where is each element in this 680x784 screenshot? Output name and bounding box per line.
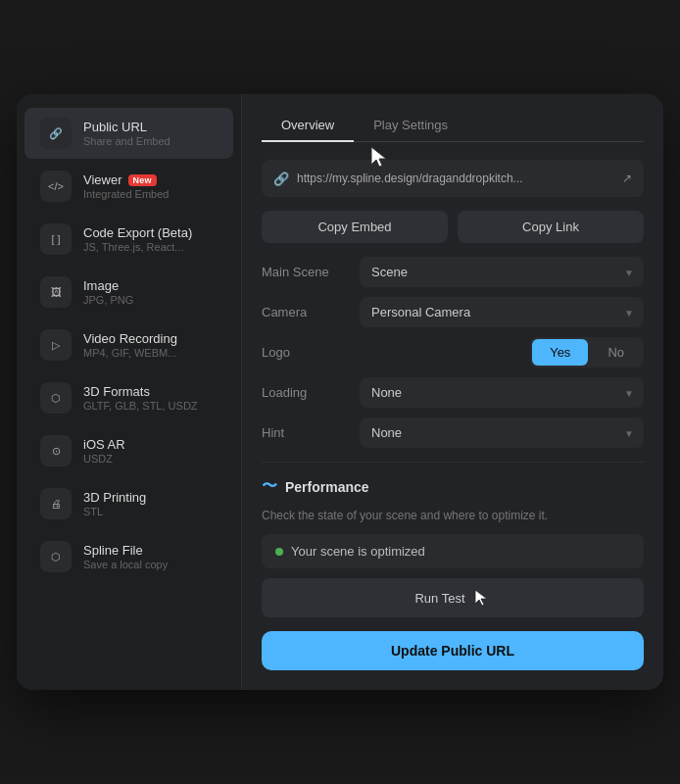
logo-yes-button[interactable]: Yes xyxy=(532,339,588,366)
image-icon: 🖼 xyxy=(40,276,72,308)
sidebar-item-ios-ar[interactable]: ⊙iOS ARUSDZ xyxy=(24,425,233,476)
sidebar: 🔗Public URLShare and Embed</>ViewerNewIn… xyxy=(17,94,242,690)
main-scene-row: Main Scene Scene ▼ xyxy=(262,257,644,287)
sidebar-item-3d-formats[interactable]: ⬡3D FormatsGLTF, GLB, STL, USDZ xyxy=(24,372,233,423)
sidebar-item-image[interactable]: 🖼ImageJPG, PNG xyxy=(24,267,233,318)
hint-select-wrapper: None ▼ xyxy=(360,417,644,448)
performance-title: Performance xyxy=(285,479,369,495)
loading-select[interactable]: None xyxy=(360,377,644,408)
sidebar-title-image: Image xyxy=(83,278,119,293)
sidebar-title-3d-printing: 3D Printing xyxy=(83,490,146,505)
url-row: 🔗 https://my.spline.design/draganddropki… xyxy=(262,160,644,197)
link-icon: 🔗 xyxy=(273,172,289,186)
code-export-icon: [ ] xyxy=(40,223,72,255)
loading-label: Loading xyxy=(262,385,350,400)
sidebar-text-public-url: Public URLShare and Embed xyxy=(83,120,170,147)
viewer-icon: </> xyxy=(40,171,72,202)
modal: 🔗Public URLShare and Embed</>ViewerNewIn… xyxy=(17,94,663,690)
sidebar-item-video-recording[interactable]: ▷Video RecordingMP4, GIF, WEBM... xyxy=(24,319,233,370)
sidebar-title-public-url: Public URL xyxy=(83,120,147,134)
performance-header: 〜 Performance xyxy=(262,476,644,497)
action-buttons-row: Copy Embed Copy Link xyxy=(262,211,644,243)
main-content: Overview Play Settings 🔗 https://my.spli… xyxy=(242,94,663,690)
hint-row: Hint None ▼ xyxy=(262,417,644,448)
main-scene-select-wrapper: Scene ▼ xyxy=(360,257,644,287)
performance-section: 〜 Performance Check the state of your sc… xyxy=(262,476,644,617)
copy-embed-button[interactable]: Copy Embed xyxy=(262,211,448,243)
copy-link-button[interactable]: Copy Link xyxy=(458,211,644,243)
loading-row: Loading None ▼ xyxy=(262,377,644,408)
optimization-status-row: Your scene is optimized xyxy=(262,534,644,568)
sidebar-text-code-export: Code Export (Beta)JS, Three.js, React... xyxy=(83,225,192,253)
sidebar-text-spline-file: Spline FileSave a local copy xyxy=(83,543,168,570)
3d-printing-icon: 🖨 xyxy=(40,488,72,519)
main-scene-label: Main Scene xyxy=(262,265,350,279)
sidebar-sub-3d-formats: GLTF, GLB, STL, USDZ xyxy=(83,400,198,412)
hint-label: Hint xyxy=(262,425,350,440)
ios-ar-icon: ⊙ xyxy=(40,435,72,466)
logo-label: Logo xyxy=(262,345,350,360)
camera-select-wrapper: Personal Camera ▼ xyxy=(360,297,644,327)
sidebar-text-3d-formats: 3D FormatsGLTF, GLB, STL, USDZ xyxy=(83,384,198,412)
sidebar-sub-ios-ar: USDZ xyxy=(83,453,125,465)
run-test-button[interactable]: Run Test xyxy=(262,578,644,617)
loading-select-wrapper: None ▼ xyxy=(360,377,644,408)
performance-description: Check the state of your scene and where … xyxy=(262,507,644,524)
sidebar-item-viewer[interactable]: </>ViewerNewIntegrated Embed xyxy=(24,161,233,212)
logo-toggle-group: Yes No xyxy=(530,337,644,368)
sidebar-item-3d-printing[interactable]: 🖨3D PrintingSTL xyxy=(24,478,233,529)
cursor-icon xyxy=(473,588,491,608)
camera-row: Camera Personal Camera ▼ xyxy=(262,297,644,327)
sidebar-sub-video-recording: MP4, GIF, WEBM... xyxy=(83,347,177,359)
update-public-url-button[interactable]: Update Public URL xyxy=(262,631,644,670)
sidebar-sub-code-export: JS, Three.js, React... xyxy=(83,241,192,253)
public-url-icon: 🔗 xyxy=(40,118,72,149)
run-test-label: Run Test xyxy=(414,591,464,606)
sidebar-sub-public-url: Share and Embed xyxy=(83,135,170,147)
sidebar-item-spline-file[interactable]: ⬡Spline FileSave a local copy xyxy=(24,531,233,582)
logo-row: Logo Yes No xyxy=(262,337,644,368)
tab-overview[interactable]: Overview xyxy=(262,110,354,142)
optimization-status-text: Your scene is optimized xyxy=(291,544,425,559)
sidebar-sub-image: JPG, PNG xyxy=(83,294,133,306)
sidebar-item-code-export[interactable]: [ ]Code Export (Beta)JS, Three.js, React… xyxy=(24,214,233,265)
sidebar-sub-3d-printing: STL xyxy=(83,506,146,517)
sidebar-text-viewer: ViewerNewIntegrated Embed xyxy=(83,172,169,200)
sidebar-text-video-recording: Video RecordingMP4, GIF, WEBM... xyxy=(83,331,177,359)
sidebar-sub-viewer: Integrated Embed xyxy=(83,188,169,200)
sidebar-title-code-export: Code Export (Beta) xyxy=(83,225,192,240)
sidebar-text-image: ImageJPG, PNG xyxy=(83,278,133,306)
sidebar-text-3d-printing: 3D PrintingSTL xyxy=(83,490,146,517)
sidebar-title-spline-file: Spline File xyxy=(83,543,143,558)
sidebar-title-video-recording: Video Recording xyxy=(83,331,177,346)
sidebar-title-ios-ar: iOS AR xyxy=(83,437,125,452)
video-recording-icon: ▷ xyxy=(40,329,72,361)
spline-file-icon: ⬡ xyxy=(40,541,72,572)
sidebar-title-3d-formats: 3D Formats xyxy=(83,384,150,399)
settings-section: Main Scene Scene ▼ Camera Personal Camer… xyxy=(262,257,644,448)
sidebar-item-public-url[interactable]: 🔗Public URLShare and Embed xyxy=(24,108,233,159)
main-scene-select[interactable]: Scene xyxy=(360,257,644,287)
tabs-bar: Overview Play Settings xyxy=(262,110,644,142)
sidebar-text-ios-ar: iOS ARUSDZ xyxy=(83,437,125,465)
camera-select[interactable]: Personal Camera xyxy=(360,297,644,327)
external-link-icon[interactable]: ↗ xyxy=(622,172,632,185)
status-dot-icon xyxy=(275,548,283,556)
performance-icon: 〜 xyxy=(262,476,277,497)
tab-play-settings[interactable]: Play Settings xyxy=(354,110,467,142)
sidebar-sub-spline-file: Save a local copy xyxy=(83,559,168,570)
badge-viewer: New xyxy=(128,174,157,186)
divider xyxy=(262,462,644,463)
logo-no-button[interactable]: No xyxy=(590,339,642,366)
camera-label: Camera xyxy=(262,305,350,319)
3d-formats-icon: ⬡ xyxy=(40,382,72,414)
hint-select[interactable]: None xyxy=(360,417,644,448)
url-value: https://my.spline.design/draganddropkitc… xyxy=(297,172,614,185)
sidebar-title-viewer: Viewer xyxy=(83,172,122,187)
